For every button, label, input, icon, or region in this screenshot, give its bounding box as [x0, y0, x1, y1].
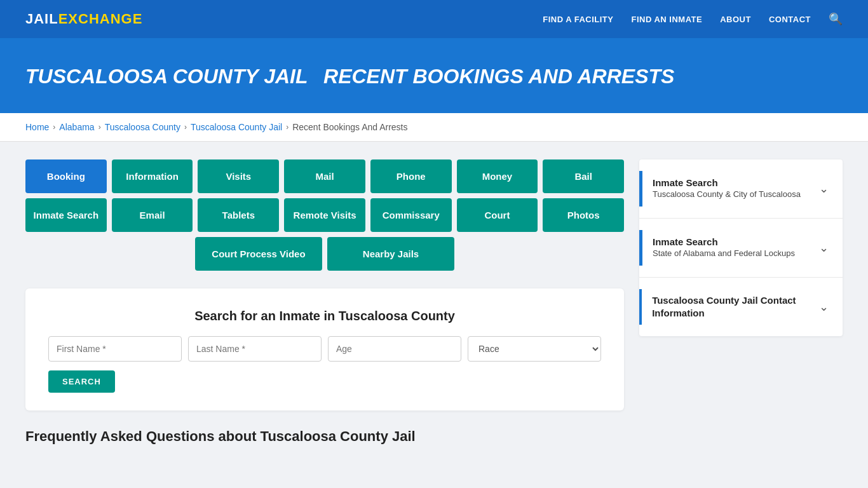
sidebar-item-title-1: Inmate Search — [653, 177, 801, 189]
sidebar-item-title-3: Tuscaloosa County Jail Contact Informati… — [652, 294, 817, 319]
sidebar-accent-2 — [639, 230, 642, 266]
sidebar-inmate-search-alabama[interactable]: Inmate Search State of Alabama and Feder… — [639, 219, 843, 278]
first-name-input[interactable] — [48, 336, 182, 362]
btn-remote-visits[interactable]: Remote Visits — [284, 198, 365, 232]
chevron-icon-3: ⌄ — [817, 300, 831, 314]
chevron-icon-1: ⌄ — [817, 182, 831, 196]
find-facility-link[interactable]: FIND A FACILITY — [543, 15, 613, 24]
sep1: › — [53, 123, 55, 132]
breadcrumb-home[interactable]: Home — [25, 122, 49, 132]
logo: JAILEXCHANGE — [25, 11, 142, 27]
age-input[interactable] — [328, 336, 461, 362]
find-inmate-link[interactable]: FIND AN INMATE — [631, 15, 702, 24]
btn-row-1: Booking Information Visits Mail Phone Mo… — [25, 159, 624, 193]
search-button[interactable]: SEARCH — [48, 370, 115, 393]
sidebar-contact-info[interactable]: Tuscaloosa County Jail Contact Informati… — [639, 278, 843, 336]
sidebar-inmate-search-tuscaloosa[interactable]: Inmate Search Tuscaloosa County & City o… — [639, 159, 843, 219]
btn-court-process-video[interactable]: Court Process Video — [195, 237, 322, 271]
sidebar-item-title-2: Inmate Search — [653, 236, 795, 248]
btn-commissary[interactable]: Commissary — [370, 198, 452, 232]
navigation-button-grid: Booking Information Visits Mail Phone Mo… — [25, 159, 624, 271]
main-content: Booking Information Visits Mail Phone Mo… — [25, 159, 624, 445]
breadcrumb-alabama[interactable]: Alabama — [59, 122, 94, 132]
sep3: › — [184, 123, 187, 132]
btn-inmate-search[interactable]: Inmate Search — [25, 198, 107, 232]
btn-phone[interactable]: Phone — [370, 159, 452, 193]
btn-photos[interactable]: Photos — [543, 198, 624, 232]
nav-links: FIND A FACILITY FIND AN INMATE ABOUT CON… — [543, 12, 843, 26]
sidebar: Inmate Search Tuscaloosa County & City o… — [639, 159, 843, 445]
btn-nearby-jails[interactable]: Nearby Jails — [327, 237, 454, 271]
sep4: › — [286, 123, 288, 132]
logo-jail: JAIL — [25, 11, 58, 27]
breadcrumb-bar: Home › Alabama › Tuscaloosa County › Tus… — [0, 113, 868, 142]
btn-email[interactable]: Email — [112, 198, 193, 232]
sidebar-card: Inmate Search Tuscaloosa County & City o… — [639, 159, 843, 336]
btn-court[interactable]: Court — [457, 198, 538, 232]
search-icon-button[interactable]: 🔍 — [829, 12, 843, 26]
sidebar-item-left-3: Tuscaloosa County Jail Contact Informati… — [639, 289, 817, 325]
chevron-icon-2: ⌄ — [817, 241, 831, 255]
logo-exchange: EXCHANGE — [58, 11, 143, 27]
breadcrumb-tuscaloosa-county[interactable]: Tuscaloosa County — [105, 122, 180, 132]
btn-row-3: Court Process Video Nearby Jails — [25, 237, 624, 271]
inmate-search-box: Search for an Inmate in Tuscaloosa Count… — [25, 288, 624, 410]
sidebar-item-left-1: Inmate Search Tuscaloosa County & City o… — [639, 171, 801, 207]
race-select[interactable]: Race White Black Hispanic Asian Other — [468, 336, 601, 362]
sidebar-item-sub-2: State of Alabama and Federal Lockups — [653, 248, 795, 259]
breadcrumb-current: Recent Bookings And Arrests — [292, 122, 407, 132]
btn-visits[interactable]: Visits — [198, 159, 279, 193]
sep2: › — [98, 123, 101, 132]
sidebar-item-left-2: Inmate Search State of Alabama and Feder… — [639, 230, 795, 266]
btn-booking[interactable]: Booking — [25, 159, 107, 193]
breadcrumb-tuscaloosa-jail[interactable]: Tuscaloosa County Jail — [191, 122, 282, 132]
sidebar-accent-3 — [639, 289, 642, 325]
btn-information[interactable]: Information — [112, 159, 193, 193]
btn-money[interactable]: Money — [457, 159, 538, 193]
navbar: JAILEXCHANGE FIND A FACILITY FIND AN INM… — [0, 0, 868, 38]
breadcrumb: Home › Alabama › Tuscaloosa County › Tus… — [25, 122, 843, 132]
sidebar-accent-1 — [639, 171, 642, 207]
btn-tablets[interactable]: Tablets — [198, 198, 279, 232]
btn-bail[interactable]: Bail — [543, 159, 624, 193]
faq-heading: Frequently Asked Questions about Tuscalo… — [25, 428, 624, 445]
about-link[interactable]: ABOUT — [720, 15, 751, 24]
contact-link[interactable]: CONTACT — [769, 15, 811, 24]
page-title: Tuscaloosa County Jail Recent Bookings a… — [25, 61, 843, 90]
sidebar-item-sub-1: Tuscaloosa County & City of Tuscaloosa — [653, 189, 801, 200]
btn-mail[interactable]: Mail — [284, 159, 365, 193]
btn-row-2: Inmate Search Email Tablets Remote Visit… — [25, 198, 624, 232]
search-title: Search for an Inmate in Tuscaloosa Count… — [48, 309, 601, 323]
hero-section: Tuscaloosa County Jail Recent Bookings a… — [0, 38, 868, 113]
search-fields: Race White Black Hispanic Asian Other — [48, 336, 601, 362]
last-name-input[interactable] — [188, 336, 322, 362]
